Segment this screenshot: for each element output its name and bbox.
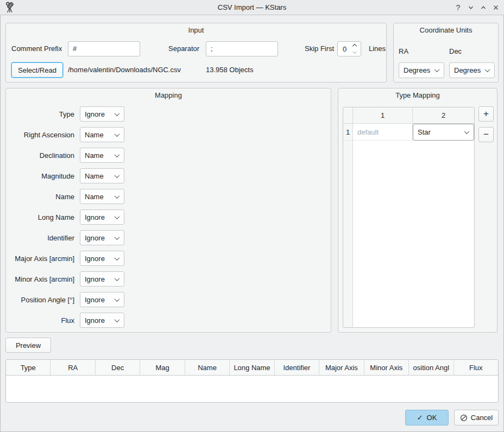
mapping-field-value: Ignore	[85, 234, 105, 242]
mapping-field-label: Right Ascension	[6, 131, 74, 139]
preview-table-header: Type RA Dec Mag Name Long Name Identifie…	[6, 360, 498, 376]
type-mapping-groupbox: Type Mapping 1 2 1 default Star	[338, 88, 497, 333]
mapping-field-select[interactable]: Name	[80, 168, 124, 183]
cancel-icon	[460, 414, 468, 422]
type-key-cell[interactable]: default	[353, 124, 413, 141]
mapping-field-label: Declination	[6, 151, 74, 160]
titlebar-buttons: ?	[452, 0, 502, 15]
type-mapping-row: 1 default Star	[343, 124, 474, 141]
row-header-strip	[343, 141, 353, 327]
mapping-row: Long Name Ignore	[6, 209, 331, 225]
skip-first-spinner[interactable]: 0	[337, 41, 361, 56]
close-icon	[493, 4, 499, 11]
mapping-rows: Type Ignore Right Ascension Name Dec	[6, 106, 331, 333]
chevron-down-icon	[115, 296, 120, 302]
mapping-field-select[interactable]: Ignore	[80, 209, 124, 225]
mapping-row: Name Name	[6, 189, 331, 204]
ra-label: RA	[399, 44, 408, 59]
dec-units-value: Degrees	[454, 66, 481, 74]
preview-column-header[interactable]: Identifier	[275, 360, 319, 375]
mapping-field-select[interactable]: Ignore	[80, 106, 124, 122]
window-title: CSV Import — KStars	[218, 3, 286, 11]
help-button[interactable]: ?	[452, 1, 464, 14]
ok-button[interactable]: ✓ OK	[405, 410, 449, 425]
mapping-field-select[interactable]: Name	[80, 148, 124, 163]
spin-down-icon[interactable]	[352, 49, 357, 54]
coordinate-units-title: Coordinate Units	[394, 26, 498, 34]
preview-column-header[interactable]: RA	[51, 360, 95, 375]
mapping-field-select[interactable]: Ignore	[80, 230, 124, 245]
preview-column-header[interactable]: Minor Axis	[364, 360, 409, 375]
mapping-groupbox: Mapping Type Ignore Right Ascension Name	[5, 88, 331, 333]
preview-column-header[interactable]: Type	[6, 360, 51, 375]
mapping-field-value: Ignore	[85, 296, 105, 304]
chevron-down-icon	[115, 193, 120, 199]
mapping-field-value: Name	[85, 131, 104, 139]
objects-count-text: 13.958 Objects	[206, 62, 253, 78]
mapping-row: Position Angle [°] Ignore	[6, 292, 331, 307]
type-mapping-table[interactable]: 1 2 1 default Star	[343, 107, 475, 328]
add-row-button[interactable]: +	[478, 106, 494, 122]
coordinate-units-groupbox: Coordinate Units RA Dec Degrees Degrees	[393, 23, 499, 82]
preview-column-header[interactable]: Name	[185, 360, 230, 375]
mapping-row: Magnitude Name	[6, 168, 331, 183]
type-mapping-header-row: 1 2	[343, 107, 474, 124]
mapping-field-select[interactable]: Name	[80, 189, 124, 204]
mapping-field-select[interactable]: Ignore	[80, 271, 124, 287]
mapping-row: Right Ascension Name	[6, 127, 331, 142]
minimize-button[interactable]	[464, 1, 477, 14]
preview-column-header[interactable]: Mag	[140, 360, 185, 375]
preview-column-header[interactable]: Flux	[454, 360, 498, 375]
chevron-down-icon	[115, 111, 120, 116]
mapping-field-label: Magnitude	[6, 172, 74, 180]
chevron-down-icon	[115, 152, 120, 157]
cancel-label: Cancel	[471, 414, 493, 422]
spin-up-icon[interactable]	[352, 44, 357, 48]
chevron-down-icon	[464, 129, 470, 134]
comment-prefix-input[interactable]: #	[68, 41, 140, 56]
chevron-up-icon	[480, 4, 487, 11]
skip-first-value: 0	[338, 45, 353, 53]
mapping-field-select[interactable]: Ignore	[80, 251, 124, 266]
preview-column-header[interactable]: Dec	[96, 360, 140, 375]
spinner-arrows[interactable]	[353, 45, 361, 53]
column-header-1[interactable]: 1	[353, 107, 413, 123]
chevron-down-icon	[115, 214, 120, 219]
mapping-row: Flux Ignore	[6, 313, 331, 328]
maximize-button[interactable]	[477, 1, 489, 14]
type-mapping-title: Type Mapping	[338, 91, 497, 99]
mapping-field-value: Name	[85, 151, 104, 160]
mapping-field-select[interactable]: Ignore	[80, 292, 124, 307]
separator-label: Separator	[168, 41, 199, 56]
close-button[interactable]	[489, 1, 502, 14]
column-header-2[interactable]: 2	[413, 107, 474, 123]
chevron-down-icon	[115, 234, 120, 240]
select-read-button[interactable]: Select/Read	[11, 62, 63, 78]
mapping-field-select[interactable]: Ignore	[80, 313, 124, 328]
kstars-telescope-icon	[4, 2, 16, 14]
type-value-select[interactable]: Star	[413, 124, 474, 141]
row-header-1[interactable]: 1	[343, 124, 353, 141]
comment-prefix-label: Comment Prefix	[11, 41, 62, 56]
preview-column-header[interactable]: osition Angl	[409, 360, 453, 375]
cancel-button[interactable]: Cancel	[454, 410, 499, 425]
preview-button[interactable]: Preview	[5, 338, 51, 353]
dec-label: Dec	[449, 44, 462, 59]
csv-import-dialog: CSV Import — KStars ? Input Comment Pref…	[0, 0, 504, 432]
preview-column-header[interactable]: Major Axis	[319, 360, 364, 375]
remove-row-button[interactable]: −	[478, 127, 494, 142]
mapping-field-label: Position Angle [°]	[6, 296, 74, 304]
chevron-down-icon	[115, 131, 120, 137]
check-icon: ✓	[417, 414, 423, 422]
input-group-title: Input	[6, 26, 386, 34]
chevron-down-icon	[485, 67, 490, 72]
dec-units-select[interactable]: Degrees	[449, 62, 495, 78]
ok-label: OK	[427, 414, 437, 422]
type-value-cell[interactable]: Star	[413, 124, 474, 141]
ra-units-select[interactable]: Degrees	[399, 62, 444, 78]
chevron-down-icon	[115, 276, 120, 281]
preview-column-header[interactable]: Long Name	[230, 360, 274, 375]
mapping-field-select[interactable]: Name	[80, 127, 124, 142]
separator-input[interactable]: ;	[206, 41, 278, 56]
mapping-field-label: Flux	[6, 316, 74, 325]
